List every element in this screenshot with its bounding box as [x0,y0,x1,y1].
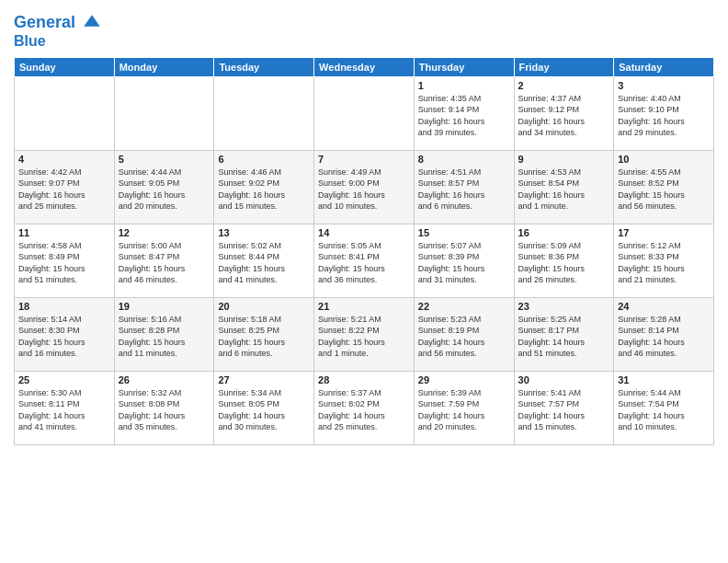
day-info: Sunrise: 5:00 AMSunset: 8:47 PMDaylight:… [119,240,210,286]
calendar-cell: 6Sunrise: 4:46 AMSunset: 9:02 PMDaylight… [214,150,314,224]
calendar-cell [214,76,314,150]
logo-subtext: Blue [14,33,102,50]
day-number: 8 [418,154,510,165]
day-number: 14 [318,227,410,238]
calendar-cell: 12Sunrise: 5:00 AMSunset: 8:47 PMDayligh… [114,224,214,297]
day-number: 18 [18,301,110,312]
day-info: Sunrise: 5:37 AMSunset: 8:02 PMDaylight:… [318,387,410,433]
calendar-cell: 11Sunrise: 4:58 AMSunset: 8:49 PMDayligh… [15,224,115,297]
calendar-cell: 28Sunrise: 5:37 AMSunset: 8:02 PMDayligh… [314,371,415,444]
day-info: Sunrise: 5:16 AMSunset: 8:28 PMDaylight:… [119,314,210,360]
day-info: Sunrise: 5:34 AMSunset: 8:05 PMDaylight:… [218,387,310,433]
calendar-cell: 7Sunrise: 4:49 AMSunset: 9:00 PMDaylight… [314,150,415,224]
calendar-cell: 5Sunrise: 4:44 AMSunset: 9:05 PMDaylight… [114,150,214,224]
calendar-week-2: 4Sunrise: 4:42 AMSunset: 9:07 PMDaylight… [15,150,714,224]
calendar-cell: 3Sunrise: 4:40 AMSunset: 9:10 PMDaylight… [614,76,714,150]
day-info: Sunrise: 5:32 AMSunset: 8:08 PMDaylight:… [119,387,210,433]
day-number: 20 [218,301,310,312]
day-number: 6 [218,154,310,165]
day-info: Sunrise: 5:30 AMSunset: 8:11 PMDaylight:… [18,387,110,433]
day-number: 16 [518,227,610,238]
day-info: Sunrise: 5:41 AMSunset: 7:57 PMDaylight:… [518,387,610,433]
calendar-cell: 27Sunrise: 5:34 AMSunset: 8:05 PMDayligh… [214,371,314,444]
day-number: 26 [119,374,210,385]
day-info: Sunrise: 5:23 AMSunset: 8:19 PMDaylight:… [418,314,510,360]
day-info: Sunrise: 5:12 AMSunset: 8:33 PMDaylight:… [618,240,710,286]
header: General Blue [14,9,714,50]
day-number: 11 [18,227,110,238]
day-number: 19 [119,301,210,312]
calendar-week-3: 11Sunrise: 4:58 AMSunset: 8:49 PMDayligh… [15,224,714,297]
calendar-cell: 10Sunrise: 4:55 AMSunset: 8:52 PMDayligh… [614,150,714,224]
day-header-sunday: Sunday [15,57,115,76]
day-number: 21 [318,301,410,312]
day-number: 15 [418,227,510,238]
day-header-friday: Friday [514,57,614,76]
day-info: Sunrise: 4:58 AMSunset: 8:49 PMDaylight:… [18,240,110,286]
header-row: SundayMondayTuesdayWednesdayThursdayFrid… [15,57,714,76]
day-number: 7 [318,154,410,165]
calendar-cell: 17Sunrise: 5:12 AMSunset: 8:33 PMDayligh… [614,224,714,297]
calendar-cell: 26Sunrise: 5:32 AMSunset: 8:08 PMDayligh… [114,371,214,444]
calendar-week-1: 1Sunrise: 4:35 AMSunset: 9:14 PMDaylight… [15,76,714,150]
calendar-cell: 14Sunrise: 5:05 AMSunset: 8:41 PMDayligh… [314,224,415,297]
day-info: Sunrise: 4:37 AMSunset: 9:12 PMDaylight:… [518,93,610,139]
day-header-saturday: Saturday [614,57,714,76]
calendar-cell: 25Sunrise: 5:30 AMSunset: 8:11 PMDayligh… [15,371,115,444]
svg-marker-0 [84,15,100,26]
main-container: General Blue SundayMondayTuesdayWednesda… [0,0,728,450]
calendar-cell: 31Sunrise: 5:44 AMSunset: 7:54 PMDayligh… [614,371,714,444]
calendar-cell: 2Sunrise: 4:37 AMSunset: 9:12 PMDaylight… [514,76,614,150]
calendar-cell: 13Sunrise: 5:02 AMSunset: 8:44 PMDayligh… [214,224,314,297]
day-info: Sunrise: 5:07 AMSunset: 8:39 PMDaylight:… [418,240,510,286]
calendar-cell [114,76,214,150]
day-number: 30 [518,374,610,385]
day-info: Sunrise: 5:21 AMSunset: 8:22 PMDaylight:… [318,314,410,360]
day-info: Sunrise: 5:39 AMSunset: 7:59 PMDaylight:… [418,387,510,433]
day-number: 17 [618,227,710,238]
day-number: 13 [218,227,310,238]
day-info: Sunrise: 4:53 AMSunset: 8:54 PMDaylight:… [518,167,610,213]
day-number: 12 [119,227,210,238]
day-info: Sunrise: 5:18 AMSunset: 8:25 PMDaylight:… [218,314,310,360]
day-number: 22 [418,301,510,312]
day-info: Sunrise: 5:05 AMSunset: 8:41 PMDaylight:… [318,240,410,286]
day-info: Sunrise: 5:25 AMSunset: 8:17 PMDaylight:… [518,314,610,360]
calendar-cell: 9Sunrise: 4:53 AMSunset: 8:54 PMDaylight… [514,150,614,224]
day-number: 1 [418,80,510,91]
day-info: Sunrise: 5:28 AMSunset: 8:14 PMDaylight:… [618,314,710,360]
day-header-monday: Monday [114,57,214,76]
day-number: 3 [618,80,710,91]
day-info: Sunrise: 4:40 AMSunset: 9:10 PMDaylight:… [618,93,710,139]
day-number: 9 [518,154,610,165]
day-info: Sunrise: 5:09 AMSunset: 8:36 PMDaylight:… [518,240,610,286]
day-info: Sunrise: 5:02 AMSunset: 8:44 PMDaylight:… [218,240,310,286]
calendar-table: SundayMondayTuesdayWednesdayThursdayFrid… [14,57,714,445]
calendar-cell: 23Sunrise: 5:25 AMSunset: 8:17 PMDayligh… [514,297,614,371]
day-info: Sunrise: 5:44 AMSunset: 7:54 PMDaylight:… [618,387,710,433]
day-number: 25 [18,374,110,385]
day-number: 5 [119,154,210,165]
day-header-wednesday: Wednesday [314,57,415,76]
calendar-cell: 18Sunrise: 5:14 AMSunset: 8:30 PMDayligh… [15,297,115,371]
calendar-week-5: 25Sunrise: 5:30 AMSunset: 8:11 PMDayligh… [15,371,714,444]
day-info: Sunrise: 4:51 AMSunset: 8:57 PMDaylight:… [418,167,510,213]
calendar-cell: 15Sunrise: 5:07 AMSunset: 8:39 PMDayligh… [414,224,514,297]
day-info: Sunrise: 4:55 AMSunset: 8:52 PMDaylight:… [618,167,710,213]
calendar-cell: 8Sunrise: 4:51 AMSunset: 8:57 PMDaylight… [414,150,514,224]
day-number: 4 [18,154,110,165]
calendar-cell: 29Sunrise: 5:39 AMSunset: 7:59 PMDayligh… [414,371,514,444]
day-header-tuesday: Tuesday [214,57,314,76]
logo-text: General [14,13,102,33]
day-number: 31 [618,374,710,385]
day-info: Sunrise: 4:49 AMSunset: 9:00 PMDaylight:… [318,167,410,213]
calendar-cell: 24Sunrise: 5:28 AMSunset: 8:14 PMDayligh… [614,297,714,371]
calendar-cell: 20Sunrise: 5:18 AMSunset: 8:25 PMDayligh… [214,297,314,371]
day-number: 28 [318,374,410,385]
calendar-cell: 30Sunrise: 5:41 AMSunset: 7:57 PMDayligh… [514,371,614,444]
day-header-thursday: Thursday [414,57,514,76]
day-number: 2 [518,80,610,91]
calendar-cell: 4Sunrise: 4:42 AMSunset: 9:07 PMDaylight… [15,150,115,224]
day-info: Sunrise: 4:42 AMSunset: 9:07 PMDaylight:… [18,167,110,213]
day-number: 10 [618,154,710,165]
